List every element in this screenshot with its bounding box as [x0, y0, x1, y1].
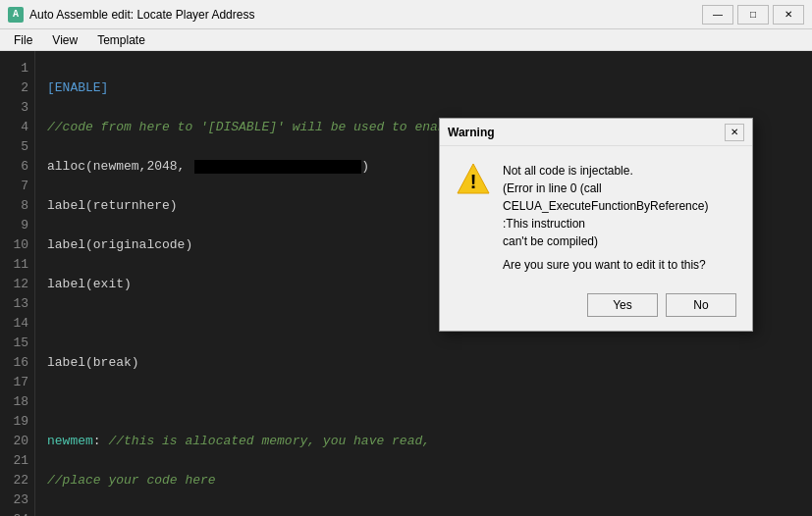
dialog-overlay: Warning ✕ ! Not all code is injectable. …: [0, 0, 812, 516]
dialog-close-button[interactable]: ✕: [725, 124, 744, 141]
no-button[interactable]: No: [666, 293, 736, 317]
dialog-message-line5: Are you sure you want to edit it to this…: [503, 256, 736, 274]
dialog-message-line1: Not all code is injectable.: [503, 162, 736, 180]
warning-icon: !: [456, 162, 491, 197]
dialog-message-line4: can't be compiled): [503, 232, 736, 250]
dialog-buttons: Yes No: [440, 285, 752, 331]
dialog-body: ! Not all code is injectable. (Error in …: [440, 146, 752, 285]
dialog-message-line2: (Error in line 0 (call: [503, 180, 736, 197]
dialog-message-line3: CELUA_ExecuteFunctionByReference) :This …: [503, 197, 736, 232]
warning-dialog: Warning ✕ ! Not all code is injectable. …: [439, 118, 753, 332]
svg-text:!: !: [470, 171, 477, 192]
yes-button[interactable]: Yes: [587, 293, 658, 317]
dialog-message: Not all code is injectable. (Error in li…: [503, 162, 736, 274]
dialog-title-bar: Warning ✕: [440, 119, 752, 146]
dialog-title: Warning: [448, 126, 725, 139]
